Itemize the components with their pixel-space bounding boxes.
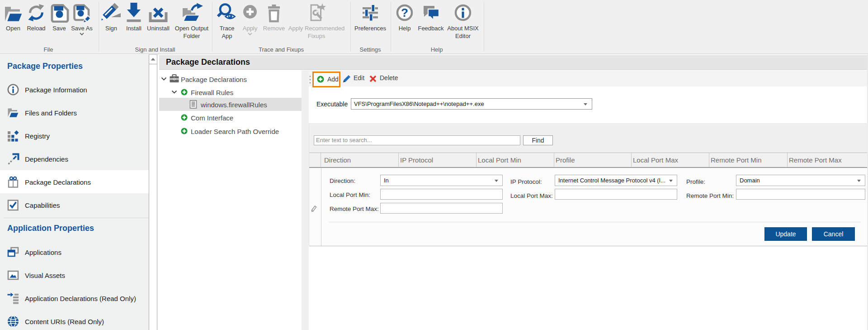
svg-text:?: ? <box>401 6 408 19</box>
